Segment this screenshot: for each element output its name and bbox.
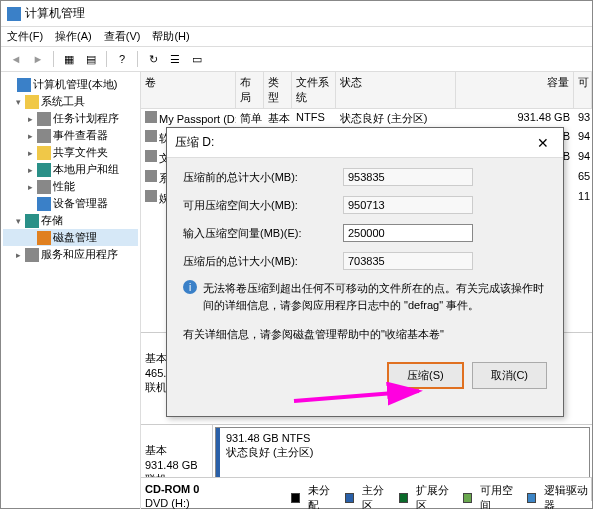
col-capacity[interactable]: 容量 [456,72,574,108]
folder-icon [37,146,51,160]
nav-tree: 计算机管理(本地) ▾系统工具 ▸任务计划程序 ▸事件查看器 ▸共享文件夹 ▸本… [1,72,141,509]
refresh-icon[interactable]: ↻ [144,50,162,68]
input-size-label: 输入压缩空间量(MB)(E): [183,226,343,241]
tree-perf[interactable]: ▸性能 [3,178,138,195]
before-size-label: 压缩前的总计大小(MB): [183,170,343,185]
col-volume[interactable]: 卷 [141,72,236,108]
tree-users[interactable]: ▸本地用户和组 [3,161,138,178]
avail-size-label: 可用压缩空间大小(MB): [183,198,343,213]
legend-swatch [291,493,300,503]
tree-scheduler[interactable]: ▸任务计划程序 [3,110,138,127]
dialog-titlebar: 压缩 D: ✕ [167,128,563,158]
menubar: 文件(F) 操作(A) 查看(V) 帮助(H) [1,27,592,47]
legend-swatch [527,493,536,503]
forward-icon: ► [29,50,47,68]
shrink-button[interactable]: 压缩(S) [387,362,464,389]
separator [137,51,138,67]
dialog-title: 压缩 D: [175,134,214,151]
tree-diskmgmt[interactable]: 磁盘管理 [3,229,138,246]
back-icon: ◄ [7,50,25,68]
dialog-info: i 无法将卷压缩到超出任何不可移动的文件所在的点。有关完成该操作时间的详细信息，… [183,280,547,313]
titlebar: 计算机管理 [1,1,592,27]
list-icon[interactable]: ☰ [166,50,184,68]
volume-icon [145,111,157,123]
legend-swatch [345,493,354,503]
info-icon: i [183,280,197,294]
separator [106,51,107,67]
tree-services[interactable]: ▸服务和应用程序 [3,246,138,263]
tree-devmgr[interactable]: 设备管理器 [3,195,138,212]
storage-icon [25,214,39,228]
volume-icon [145,130,157,142]
clock-icon [37,112,51,126]
volume-icon [145,170,157,182]
legend-swatch [399,493,408,503]
computer-icon [17,78,31,92]
legend: 未分配 主分区 扩展分区 可用空间 逻辑驱动器 [291,483,592,509]
disk-icon [37,231,51,245]
properties-icon[interactable]: ▤ [82,50,100,68]
col-status[interactable]: 状态 [336,72,456,108]
separator [53,51,54,67]
legend-swatch [463,493,472,503]
detail-icon[interactable]: ▭ [188,50,206,68]
dialog-help-text: 有关详细信息，请参阅磁盘管理帮助中的"收缩基本卷" [183,327,547,342]
cancel-button[interactable]: 取消(C) [472,362,547,389]
tree-eventviewer[interactable]: ▸事件查看器 [3,127,138,144]
avail-size-value: 950713 [343,196,473,214]
app-icon [7,7,21,21]
col-type[interactable]: 类型 [264,72,292,108]
menu-help[interactable]: 帮助(H) [152,29,189,44]
event-icon [37,129,51,143]
window-title: 计算机管理 [25,5,85,22]
perf-icon [37,180,51,194]
volume-row[interactable]: My Passport (D:)简单基本NTFS状态良好 (主分区)931.48… [141,109,592,128]
tree-systools[interactable]: ▾系统工具 [3,93,138,110]
shrink-dialog: 压缩 D: ✕ 压缩前的总计大小(MB): 953835 可用压缩空间大小(MB… [166,127,564,417]
help-icon[interactable]: ? [113,50,131,68]
col-layout[interactable]: 布局 [236,72,264,108]
shrink-amount-input[interactable] [343,224,473,242]
volume-icon [145,190,157,202]
toolbar: ◄ ► ▦ ▤ ? ↻ ☰ ▭ [1,47,592,72]
tree-root[interactable]: 计算机管理(本地) [3,76,138,93]
device-icon [37,197,51,211]
tree-storage[interactable]: ▾存储 [3,212,138,229]
services-icon [25,248,39,262]
after-size-label: 压缩后的总计大小(MB): [183,254,343,269]
col-available[interactable]: 可 [574,72,592,108]
menu-view[interactable]: 查看(V) [104,29,141,44]
before-size-value: 953835 [343,168,473,186]
volume-icon [145,150,157,162]
volume-list-header: 卷 布局 类型 文件系统 状态 容量 可 [141,72,592,109]
users-icon [37,163,51,177]
close-icon[interactable]: ✕ [531,135,555,151]
tools-icon [25,95,39,109]
menu-file[interactable]: 文件(F) [7,29,43,44]
after-size-value: 703835 [343,252,473,270]
col-filesystem[interactable]: 文件系统 [292,72,336,108]
menu-action[interactable]: 操作(A) [55,29,92,44]
views-icon[interactable]: ▦ [60,50,78,68]
tree-shared[interactable]: ▸共享文件夹 [3,144,138,161]
